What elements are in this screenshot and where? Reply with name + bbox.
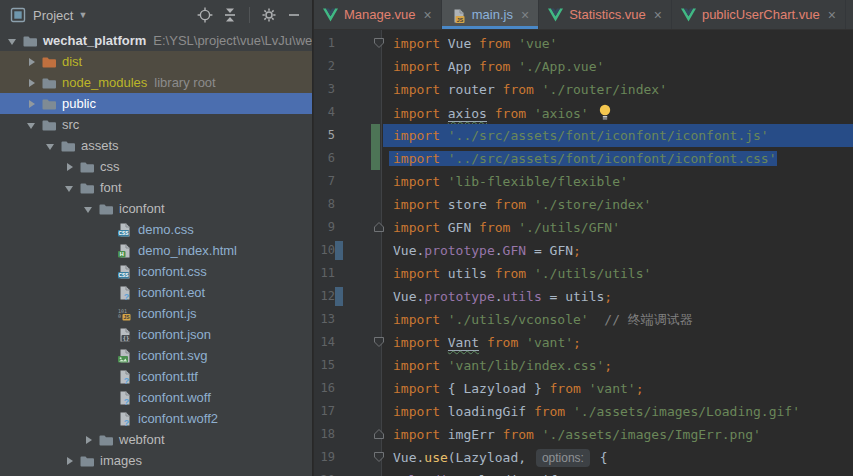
code-text[interactable]: import 'vant/lib/index.css'; [387, 354, 853, 377]
tree-item-css[interactable]: css [0, 156, 312, 177]
code-line-9[interactable]: 9import GFN from './utils/GFN' [314, 216, 853, 239]
code-text[interactable]: import 'lib-flexible/flexible' [387, 170, 853, 193]
line-number: 15 [321, 354, 335, 377]
code-line-16[interactable]: 16import { Lazyload } from 'vant'; [314, 377, 853, 400]
collapse-arrow-icon[interactable] [82, 198, 97, 219]
tree-item-iconfont.eot[interactable]: ?iconfont.eot [0, 282, 312, 303]
code-line-17[interactable]: 17import loadingGif from './assets/image… [314, 400, 853, 423]
code-text[interactable]: import Vue from 'vue' [387, 32, 853, 55]
code-text[interactable]: Vue.prototype.GFN = GFN; [387, 239, 853, 262]
code-token: from [495, 106, 534, 121]
expand-arrow-icon[interactable] [63, 450, 78, 471]
tree-item-iconfont.json[interactable]: {}iconfont.json [0, 324, 312, 345]
intention-bulb-icon[interactable] [598, 109, 612, 124]
code-line-14[interactable]: 14import Vant from 'vant'; [314, 331, 853, 354]
tree-item-images[interactable]: images [0, 450, 312, 471]
tree-item-partial[interactable] [0, 471, 312, 476]
code-text[interactable]: import loadingGif from './assets/images/… [387, 400, 853, 423]
fold-start-icon[interactable] [373, 451, 385, 463]
collapse-arrow-icon[interactable] [25, 114, 40, 135]
tab-close-icon[interactable]: × [828, 8, 836, 22]
svg-text:JS: JS [457, 16, 464, 22]
collapse-arrow-icon[interactable] [63, 177, 78, 198]
tree-item-public[interactable]: public [0, 93, 312, 114]
expand-arrow-icon[interactable] [63, 156, 78, 177]
tree-item-assets[interactable]: assets [0, 135, 312, 156]
expand-arrow-icon[interactable] [25, 93, 40, 114]
code-line-11[interactable]: 11import utils from './utils/utils' [314, 262, 853, 285]
tree-item-demo_index.html[interactable]: Hdemo_index.html [0, 240, 312, 261]
code-text[interactable]: Vue.use(Lazyload, options: { [387, 446, 853, 469]
tree-item-iconfont.woff[interactable]: ?iconfont.woff [0, 387, 312, 408]
code-text[interactable]: import App from './App.vue' [387, 55, 853, 78]
tree-item-iconfont.js[interactable]: 1010JSiconfont.js [0, 303, 312, 324]
tab-close-icon[interactable]: × [424, 8, 432, 22]
code-text[interactable]: import '../src/assets/font/iconfont/icon… [387, 147, 853, 170]
expand-arrow-icon[interactable] [63, 471, 78, 476]
editor-tab-bar: Manage.vue×JSmain.js×Statistics.vue×publ… [314, 0, 853, 30]
code-line-6[interactable]: 6import '../src/assets/font/iconfont/ico… [314, 147, 853, 170]
tree-item-iconfont[interactable]: iconfont [0, 198, 312, 219]
code-text[interactable]: import utils from './utils/utils' [387, 262, 853, 285]
code-text[interactable]: import '../src/assets/font/iconfont/icon… [387, 124, 853, 147]
code-editor[interactable]: 1import Vue from 'vue'2import App from '… [314, 30, 853, 476]
code-line-8[interactable]: 8import store from './store/index' [314, 193, 853, 216]
code-text[interactable]: import { Lazyload } from 'vant'; [387, 377, 853, 400]
fold-start-icon[interactable] [373, 336, 385, 348]
tree-item-font[interactable]: font [0, 177, 312, 198]
tree-item-iconfont.woff2[interactable]: ?iconfont.woff2 [0, 408, 312, 429]
code-text[interactable]: loading: loadingGif, [387, 469, 853, 476]
code-line-15[interactable]: 15import 'vant/lib/index.css'; [314, 354, 853, 377]
fold-end-icon[interactable] [373, 221, 385, 233]
tree-item-demo.css[interactable]: CSSdemo.css [0, 219, 312, 240]
code-text[interactable]: import GFN from './utils/GFN' [387, 216, 853, 239]
editor-tab-publicUserChart.vue[interactable]: publicUserChart.vue× [672, 0, 846, 29]
collapse-all-icon[interactable] [222, 7, 238, 23]
code-text[interactable]: import axios from 'axios' [387, 101, 853, 124]
select-opened-file-icon[interactable] [197, 7, 213, 23]
tree-item-dist[interactable]: dist [0, 51, 312, 72]
code-line-12[interactable]: 12Vue.prototype.utils = utils; [314, 285, 853, 308]
expand-arrow-icon[interactable] [25, 72, 40, 93]
code-line-1[interactable]: 1import Vue from 'vue' [314, 32, 853, 55]
tree-item-iconfont.svg[interactable]: iconfont.svg [0, 345, 312, 366]
code-line-19[interactable]: 19Vue.use(Lazyload, options: { [314, 446, 853, 469]
code-text[interactable]: import imgErr from './assets/images/ImgE… [387, 423, 853, 446]
code-line-20[interactable]: 20 loading: loadingGif, [314, 469, 853, 476]
code-line-2[interactable]: 2import App from './App.vue' [314, 55, 853, 78]
settings-icon[interactable] [261, 7, 277, 23]
tree-item-src[interactable]: src [0, 114, 312, 135]
code-line-4[interactable]: 4import axios from 'axios' [314, 101, 853, 124]
expand-arrow-icon[interactable] [82, 429, 97, 450]
tree-item-label: font [100, 180, 122, 195]
fold-start-icon[interactable] [373, 37, 385, 49]
tab-close-icon[interactable]: × [521, 8, 529, 22]
code-text[interactable]: import store from './store/index' [387, 193, 853, 216]
tree-item-wechat_platform[interactable]: wechat_platformE:\YSL\project\vue\LvJu\w… [0, 30, 312, 51]
code-line-3[interactable]: 3import router from './router/index' [314, 78, 853, 101]
code-text[interactable]: import Vant from 'vant'; [387, 331, 853, 354]
editor-tab-Manage.vue[interactable]: Manage.vue× [314, 0, 442, 29]
code-line-7[interactable]: 7import 'lib-flexible/flexible' [314, 170, 853, 193]
collapse-arrow-icon[interactable] [44, 135, 59, 156]
editor-tab-main.js[interactable]: JSmain.js× [442, 0, 539, 29]
tree-item-webfont[interactable]: webfont [0, 429, 312, 450]
expand-arrow-icon[interactable] [25, 51, 40, 72]
code-text[interactable]: import router from './router/index' [387, 78, 853, 101]
code-text[interactable]: import './utils/vconsole' // 终端调试器 [387, 308, 853, 331]
code-text[interactable]: Vue.prototype.utils = utils; [387, 285, 853, 308]
collapse-arrow-icon[interactable] [6, 30, 21, 51]
code-line-13[interactable]: 13import './utils/vconsole' // 终端调试器 [314, 308, 853, 331]
chevron-down-icon[interactable]: ▼ [78, 10, 87, 20]
code-line-5[interactable]: 5import '../src/assets/font/iconfont/ico… [314, 124, 853, 147]
code-line-10[interactable]: 10Vue.prototype.GFN = GFN; [314, 239, 853, 262]
code-line-18[interactable]: 18import imgErr from './assets/images/Im… [314, 423, 853, 446]
tree-item-iconfont.css[interactable]: CSSiconfont.css [0, 261, 312, 282]
tree-item-node_modules[interactable]: node_moduleslibrary root [0, 72, 312, 93]
tab-close-icon[interactable]: × [654, 8, 662, 22]
svg-text:JS: JS [123, 314, 130, 320]
tree-item-iconfont.ttf[interactable]: ?iconfont.ttf [0, 366, 312, 387]
fold-end-icon[interactable] [373, 428, 385, 440]
hide-icon[interactable] [286, 7, 302, 23]
editor-tab-Statistics.vue[interactable]: Statistics.vue× [539, 0, 672, 29]
